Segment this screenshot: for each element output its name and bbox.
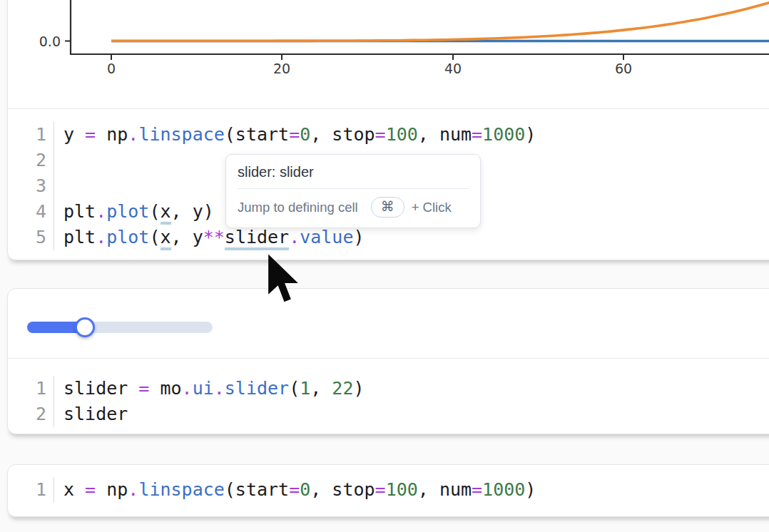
code-token: , stop: [310, 479, 375, 500]
code-token: ): [353, 378, 364, 399]
code-token: ,: [310, 378, 332, 399]
code-token: (: [149, 227, 160, 247]
code-token: .: [96, 227, 106, 247]
code-token: 1000: [482, 479, 525, 500]
line-number: 2: [8, 148, 46, 173]
code-token: slider: [63, 404, 128, 424]
line-number: 2: [8, 401, 46, 427]
code-token: (start: [225, 124, 289, 145]
cell-output-slider: [8, 289, 769, 358]
code-token: =: [85, 124, 96, 145]
code-line: 1slider = mo.ui.slider(1, 22): [8, 376, 769, 401]
marimo-notebook: 0.0 0 20 40 60 1y = np.linsp: [0, 0, 769, 532]
code-text[interactable]: [54, 148, 63, 173]
code-token: (: [289, 378, 300, 399]
code-token: =: [289, 479, 300, 500]
slider-handle[interactable]: [75, 317, 95, 337]
code-token: mo: [149, 378, 181, 399]
linked-variable[interactable]: slider: [225, 227, 289, 250]
line-number: 3: [8, 173, 46, 199]
code-token: 0: [300, 479, 310, 500]
line-number: 1: [8, 376, 46, 401]
code-token: slider: [63, 378, 138, 399]
code-token: 100: [386, 479, 418, 500]
x-tick-labels: 0 20 40 60: [107, 61, 632, 76]
line-series-orange: [111, 0, 769, 41]
code-token: y: [63, 124, 85, 145]
code-token: , y: [171, 227, 203, 247]
notebook-cell-x: 1x = np.linspace(start=0, stop=100, num=…: [7, 464, 769, 517]
code-token: .: [96, 201, 106, 222]
svg-text:40: 40: [444, 61, 462, 76]
code-token: 1000: [482, 124, 525, 145]
code-text[interactable]: slider: [54, 401, 128, 427]
code-line: 2slider: [8, 401, 769, 427]
code-token: 1: [300, 378, 310, 399]
code-token: plot: [106, 227, 149, 247]
code-editor: 1slider = mo.ui.slider(1, 22)2slider: [8, 358, 769, 432]
code-token: =: [375, 124, 386, 145]
code-token: plot: [106, 201, 149, 222]
code-text[interactable]: slider = mo.ui.slider(1, 22): [54, 376, 365, 401]
tooltip-click-suffix: + Click: [412, 200, 452, 215]
code-token: .: [289, 227, 300, 247]
code-token: 0: [300, 124, 310, 145]
line-number: 4: [8, 199, 46, 225]
notebook-cell-slider: 1slider = mo.ui.slider(1, 22)2slider: [7, 288, 769, 434]
code-line: 5plt.plot(x, y**slider.value): [8, 225, 769, 250]
cell-output-chart: 0.0 0 20 40 60: [8, 0, 769, 108]
command-key-badge: ⌘: [371, 197, 404, 218]
tooltip-action-label: Jump to defining cell: [238, 200, 358, 215]
code-token: , y): [171, 201, 214, 222]
tooltip-title: slider: slider: [226, 155, 480, 188]
code-token: plt: [63, 201, 96, 222]
svg-text:20: 20: [273, 61, 290, 76]
code-token: np: [96, 479, 128, 500]
svg-text:0: 0: [107, 61, 116, 76]
code-token: .: [128, 124, 138, 145]
x-tick-marks: [111, 55, 623, 60]
code-token: =: [472, 124, 482, 145]
code-text[interactable]: [54, 173, 63, 199]
code-token: **: [203, 227, 225, 247]
variable-tooltip: slider: slider Jump to defining cell ⌘ +…: [225, 154, 481, 228]
code-token: =: [472, 479, 482, 500]
code-line: 1y = np.linspace(start=0, stop=100, num=…: [8, 122, 769, 148]
code-text[interactable]: x = np.linspace(start=0, stop=100, num=1…: [54, 477, 536, 503]
code-token: ui: [193, 378, 214, 399]
code-token: x: [63, 479, 85, 500]
code-editor: 1x = np.linspace(start=0, stop=100, num=…: [8, 465, 769, 515]
code-token: 100: [386, 124, 418, 145]
code-text[interactable]: y = np.linspace(start=0, stop=100, num=1…: [54, 122, 536, 148]
code-token: .: [214, 378, 225, 399]
code-token: slider: [225, 378, 289, 399]
linked-variable[interactable]: x: [161, 201, 171, 225]
code-token: linspace: [138, 124, 224, 145]
code-token: ): [525, 479, 536, 500]
code-token: linspace: [138, 479, 224, 500]
code-token: , stop: [310, 124, 375, 145]
slider-widget[interactable]: [27, 322, 213, 333]
code-token: , num: [418, 124, 472, 145]
matplotlib-chart: 0.0 0 20 40 60: [8, 0, 769, 109]
y-tick-label: 0.0: [39, 34, 61, 49]
command-key-icon: ⌘: [381, 198, 394, 215]
code-token: ): [525, 124, 536, 145]
code-token: .: [182, 378, 193, 399]
line-number: 1: [8, 122, 46, 148]
code-token: =: [375, 479, 386, 500]
code-token: =: [289, 124, 300, 145]
linked-variable[interactable]: x: [161, 227, 171, 250]
tooltip-action-row: Jump to defining cell ⌘ + Click: [226, 189, 480, 227]
code-token: np: [96, 124, 128, 145]
code-line: 1x = np.linspace(start=0, stop=100, num=…: [8, 477, 769, 503]
code-token: , num: [418, 479, 472, 500]
code-text[interactable]: plt.plot(x, y): [54, 199, 214, 225]
code-text[interactable]: plt.plot(x, y**slider.value): [54, 225, 365, 250]
code-token: (start: [225, 479, 289, 500]
code-token: .: [128, 479, 138, 500]
code-token: plt: [63, 227, 96, 247]
svg-text:60: 60: [615, 61, 632, 76]
code-token: (: [149, 201, 160, 222]
line-number: 5: [8, 225, 46, 250]
